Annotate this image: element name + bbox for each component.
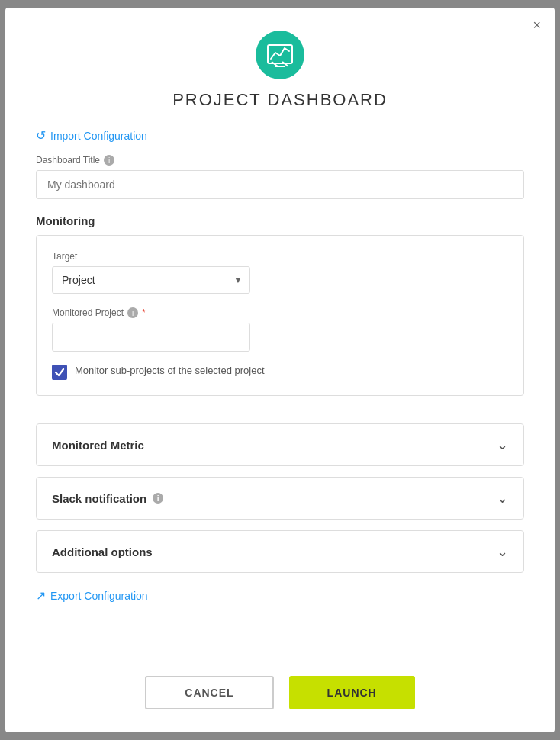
dashboard-title-info-icon: i bbox=[104, 155, 114, 166]
dashboard-title-label: Dashboard Title i bbox=[36, 155, 524, 166]
slack-info-icon: i bbox=[153, 493, 163, 504]
monitored-metric-section: Monitored Metric ⌄ bbox=[36, 423, 524, 466]
chevron-down-icon: ⌄ bbox=[497, 543, 508, 560]
monitored-metric-title: Monitored Metric bbox=[52, 439, 144, 452]
additional-options-header[interactable]: Additional options ⌄ bbox=[37, 531, 523, 572]
required-star: * bbox=[142, 307, 146, 318]
slack-notification-title: Slack notification i bbox=[52, 492, 163, 505]
footer-buttons: CANCEL LAUNCH bbox=[36, 668, 524, 709]
chevron-down-icon: ⌄ bbox=[497, 490, 508, 507]
target-group: Target Project Repository Organization ▼ bbox=[52, 251, 508, 294]
monitored-project-info-icon: i bbox=[127, 307, 138, 318]
monitored-project-input[interactable] bbox=[52, 323, 250, 352]
import-icon: ↺ bbox=[36, 128, 46, 143]
import-config-link[interactable]: ↺ Import Configuration bbox=[36, 128, 524, 143]
monitored-metric-header[interactable]: Monitored Metric ⌄ bbox=[37, 424, 523, 465]
additional-options-title: Additional options bbox=[52, 545, 153, 558]
sub-projects-checkbox[interactable] bbox=[52, 365, 67, 380]
monitoring-box: Target Project Repository Organization ▼ bbox=[36, 235, 524, 396]
chevron-down-icon: ⌄ bbox=[497, 436, 508, 453]
export-config-link[interactable]: ↗ Export Configuration bbox=[36, 588, 524, 603]
close-button[interactable]: × bbox=[533, 18, 541, 32]
slack-notification-section: Slack notification i ⌄ bbox=[36, 477, 524, 520]
monitoring-section-label: Monitoring bbox=[36, 214, 524, 227]
additional-options-section: Additional options ⌄ bbox=[36, 530, 524, 573]
export-icon: ↗ bbox=[36, 588, 46, 603]
launch-button[interactable]: LAUNCH bbox=[289, 676, 415, 709]
cancel-button[interactable]: CANCEL bbox=[145, 676, 273, 709]
page-title: PROJECT DASHBOARD bbox=[172, 90, 388, 110]
target-select-wrapper: Project Repository Organization ▼ bbox=[52, 266, 250, 294]
sub-projects-label: Monitor sub-projects of the selected pro… bbox=[75, 364, 265, 378]
slack-notification-header[interactable]: Slack notification i ⌄ bbox=[37, 478, 523, 519]
monitoring-section: Monitoring Target Project Repository Org… bbox=[36, 214, 524, 408]
modal-header: PROJECT DASHBOARD bbox=[36, 31, 524, 110]
monitored-project-group: Monitored Project i * bbox=[52, 307, 508, 352]
svg-rect-0 bbox=[268, 45, 292, 63]
target-label: Target bbox=[52, 251, 508, 262]
dashboard-title-input[interactable] bbox=[36, 170, 524, 199]
monitored-project-label: Monitored Project i * bbox=[52, 307, 508, 318]
target-select[interactable]: Project Repository Organization bbox=[52, 266, 250, 294]
dashboard-title-group: Dashboard Title i bbox=[36, 155, 524, 199]
modal-icon bbox=[256, 31, 304, 79]
sub-projects-checkbox-group: Monitor sub-projects of the selected pro… bbox=[52, 364, 508, 380]
modal-dialog: × PROJECT DASHBOARD ↺ Import Configurati… bbox=[5, 8, 555, 732]
